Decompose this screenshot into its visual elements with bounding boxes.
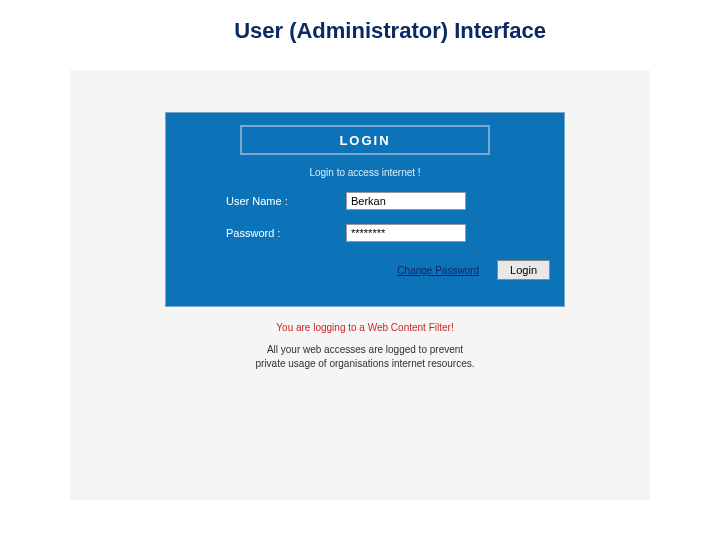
warning-line-2b: private usage of organisations internet … xyxy=(165,357,565,371)
warning-block: You are logging to a Web Content Filter!… xyxy=(165,322,565,371)
login-subtitle: Login to access internet ! xyxy=(166,167,564,178)
username-label: User Name : xyxy=(226,195,346,207)
screenshot-canvas: LOGIN Login to access internet ! User Na… xyxy=(70,70,650,500)
login-panel: LOGIN Login to access internet ! User Na… xyxy=(165,112,565,307)
change-password-link[interactable]: Change Password xyxy=(397,265,479,276)
page-title: User (Administrator) Interface xyxy=(60,0,720,52)
warning-line-1: You are logging to a Web Content Filter! xyxy=(165,322,565,333)
action-row: Change Password Login xyxy=(166,260,564,280)
login-header: LOGIN xyxy=(240,125,490,155)
password-row: Password : xyxy=(166,224,564,242)
warning-line-2a: All your web accesses are logged to prev… xyxy=(165,343,565,357)
username-input[interactable] xyxy=(346,192,466,210)
password-label: Password : xyxy=(226,227,346,239)
password-input[interactable] xyxy=(346,224,466,242)
login-button[interactable]: Login xyxy=(497,260,550,280)
username-row: User Name : xyxy=(166,192,564,210)
